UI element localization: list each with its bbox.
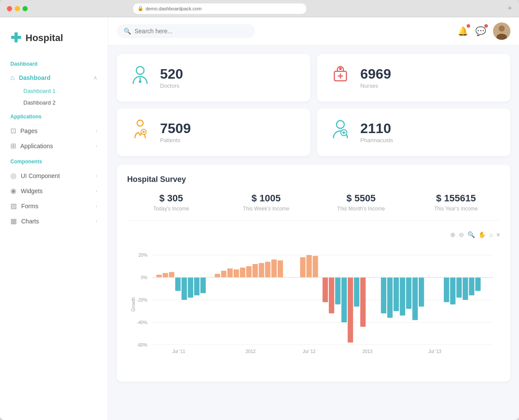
svg-rect-52 [329, 277, 334, 313]
sidebar-item-applications[interactable]: ⊞ Applications › [0, 138, 108, 153]
pan-button[interactable]: ✋ [478, 231, 486, 238]
stat-card-nurses: 6969 Nurses [317, 54, 510, 102]
income-stats: $ 305 Today's Income $ 1005 This Week's … [127, 193, 500, 221]
minimize-button[interactable] [15, 6, 20, 11]
close-button[interactable] [7, 6, 12, 11]
chart-container: 20% 0% -20% -40% -60% Growth [127, 242, 500, 371]
svg-rect-54 [341, 277, 346, 322]
svg-rect-35 [194, 277, 199, 296]
svg-rect-51 [323, 277, 328, 302]
browser-titlebar: 🔒 demo.dashboardpack.com + [0, 0, 519, 17]
maximize-button[interactable] [22, 6, 28, 11]
svg-rect-49 [306, 255, 311, 277]
svg-rect-60 [394, 277, 399, 311]
stats-grid: 520 Doctors [117, 54, 510, 156]
logo-text: Hospital [26, 32, 63, 44]
sidebar-item-pages[interactable]: ⊡ Pages › [0, 123, 108, 138]
sidebar-sub-dashboard2[interactable]: Dashboard 2 [0, 97, 108, 108]
patient-icon [129, 119, 151, 146]
svg-text:0%: 0% [141, 275, 147, 280]
svg-rect-30 [163, 273, 168, 277]
traffic-lights [7, 6, 28, 11]
svg-rect-69 [469, 277, 474, 296]
week-income-amount: $ 1005 [222, 193, 311, 204]
svg-rect-42 [246, 266, 251, 277]
search-icon: 🔍 [124, 28, 131, 35]
home-icon: ⌂ [10, 74, 15, 82]
sidebar-item-forms[interactable]: ▨ Forms › [0, 198, 108, 213]
sidebar-sub-dashboard1[interactable]: Dashboard 1 [0, 85, 108, 97]
notifications-button[interactable]: 🔔 [458, 26, 468, 36]
income-year: $ 155615 This Year's Income [412, 193, 500, 212]
messages-button[interactable]: 💬 [475, 26, 486, 36]
svg-rect-56 [354, 277, 359, 307]
svg-rect-61 [400, 277, 405, 315]
svg-rect-50 [313, 256, 318, 277]
pharmacust-icon [329, 119, 352, 146]
svg-rect-70 [475, 277, 481, 291]
sidebar-item-charts[interactable]: ▦ Charts › [0, 213, 108, 229]
chevron-right-icon6: › [96, 218, 97, 224]
sidebar-dashboard2-label: Dashboard 2 [23, 99, 55, 106]
svg-rect-62 [406, 277, 411, 309]
svg-rect-47 [278, 261, 283, 277]
svg-rect-29 [157, 275, 162, 277]
home-button[interactable]: ⌂ [489, 231, 493, 238]
income-today: $ 305 Today's Income [127, 193, 215, 212]
widgets-icon: ◉ [10, 187, 16, 195]
patients-number: 7509 [160, 121, 191, 136]
pharmacusts-number: 2110 [360, 121, 393, 136]
menu-button[interactable]: ≡ [497, 231, 500, 238]
svg-rect-55 [348, 277, 353, 343]
svg-rect-43 [253, 264, 258, 277]
charts-icon: ▦ [10, 217, 17, 225]
svg-point-14 [336, 121, 344, 128]
sidebar-section-applications: Applications [0, 108, 108, 123]
svg-rect-46 [271, 260, 276, 278]
new-tab-button[interactable]: + [507, 4, 512, 13]
svg-text:2013: 2013 [362, 349, 372, 354]
main-content: 🔍 🔔 💬 [108, 17, 519, 420]
survey-section: Hospital Survey $ 305 Today's Income $ 1… [117, 165, 510, 382]
svg-rect-37 [215, 274, 220, 277]
sidebar-item-widgets[interactable]: ◉ Widgets › [0, 183, 108, 198]
doctors-info: 520 Doctors [160, 67, 183, 89]
zoom-in-button[interactable]: ⊕ [450, 231, 455, 238]
svg-point-5 [139, 80, 141, 83]
sidebar-dashboard1-label: Dashboard 1 [23, 88, 55, 94]
chevron-up-icon: ∧ [93, 75, 97, 81]
sidebar-item-dashboard[interactable]: ⌂ Dashboard ∧ [0, 70, 108, 85]
sidebar-forms-label: Forms [21, 203, 38, 210]
url-text: demo.dashboardpack.com [145, 6, 202, 11]
url-bar[interactable]: 🔒 demo.dashboardpack.com [133, 3, 306, 14]
svg-rect-59 [387, 277, 392, 318]
svg-rect-53 [335, 277, 340, 304]
svg-text:-20%: -20% [137, 298, 147, 302]
bar-chart: 20% 0% -20% -40% -60% Growth [127, 242, 500, 358]
sidebar-dashboard-label: Dashboard [19, 74, 51, 81]
pharmacusts-info: 2110 Pharmacusts [360, 121, 393, 143]
sidebar-item-ui-component[interactable]: ◎ UI Component › [0, 168, 108, 183]
sidebar-applications-label: Applications [20, 143, 53, 150]
nurses-label: Nurses [360, 83, 391, 89]
stat-card-pharmacusts: 2110 Pharmacusts [317, 108, 510, 156]
doctor-icon [129, 64, 151, 91]
month-income-label: This Month's Income [317, 206, 405, 212]
svg-rect-34 [188, 277, 193, 298]
user-avatar[interactable] [493, 22, 510, 40]
zoom-out-button[interactable]: ⊖ [459, 231, 464, 238]
today-income-label: Today's Income [127, 206, 215, 212]
svg-rect-57 [360, 277, 365, 327]
chevron-right-icon: › [96, 128, 97, 134]
stat-card-patients: 7509 Patients [117, 108, 310, 156]
svg-rect-45 [265, 262, 270, 277]
ui-component-icon: ◎ [10, 172, 16, 180]
svg-text:Jul '13: Jul '13 [429, 349, 442, 354]
search-input[interactable] [135, 28, 248, 35]
year-income-label: This Year's Income [412, 206, 500, 212]
zoom-reset-button[interactable]: 🔍 [468, 231, 475, 238]
today-income-amount: $ 305 [127, 193, 215, 204]
search-bar[interactable]: 🔍 [117, 24, 255, 38]
svg-rect-44 [259, 263, 264, 277]
logo-icon: ✚ [10, 30, 21, 45]
